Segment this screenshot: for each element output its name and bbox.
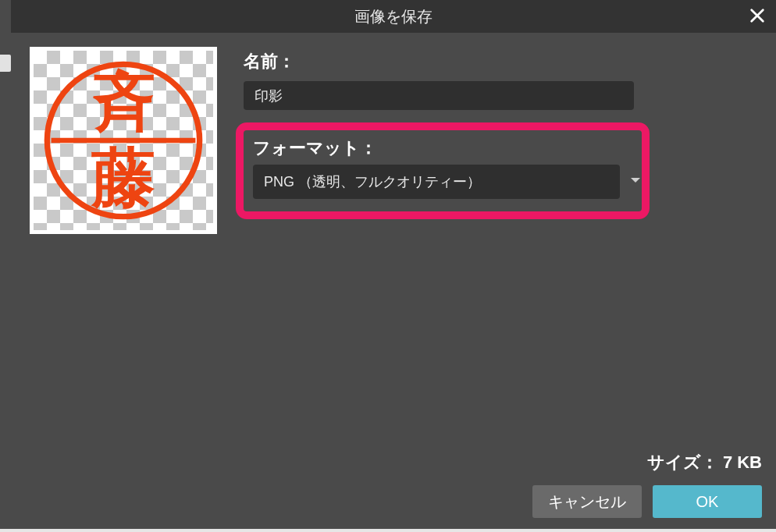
save-image-dialog: 画像を保存 斉 藤 名前： <box>11 0 776 529</box>
file-size-text: サイズ： 7 KB <box>647 451 762 474</box>
format-highlight-block: フォーマット： PNG （透明、フルクオリティー） <box>236 122 650 219</box>
size-label: サイズ： <box>647 452 718 472</box>
close-icon <box>749 7 766 24</box>
format-select[interactable]: PNG （透明、フルクオリティー） <box>253 165 620 199</box>
stamp-bottom-char: 藤 <box>91 143 155 214</box>
left-gutter <box>0 0 11 532</box>
dialog-footer: サイズ： 7 KB キャンセル OK <box>532 451 762 518</box>
preview-panel: 斉 藤 <box>30 47 217 466</box>
name-label: 名前： <box>244 50 757 73</box>
stamp-top-char: 斉 <box>91 67 155 138</box>
bottom-edge <box>0 529 776 532</box>
format-label: フォーマット： <box>253 137 637 160</box>
left-tab-handle[interactable] <box>0 55 11 72</box>
dialog-content: 斉 藤 名前： フォーマット： PNG （透明、フルクオリティー） <box>30 47 757 466</box>
titlebar: 画像を保存 <box>11 0 776 33</box>
image-preview: 斉 藤 <box>30 47 217 234</box>
button-row: キャンセル OK <box>532 485 762 518</box>
close-button[interactable] <box>745 3 770 28</box>
stamp-icon: 斉 藤 <box>34 51 213 230</box>
ok-button[interactable]: OK <box>653 485 762 518</box>
dialog-title: 画像を保存 <box>11 6 776 27</box>
cancel-button[interactable]: キャンセル <box>532 485 642 518</box>
chevron-down-icon <box>629 174 642 190</box>
size-value: 7 KB <box>723 452 762 472</box>
name-input[interactable] <box>244 81 634 110</box>
format-select-wrap: PNG （透明、フルクオリティー） <box>253 165 620 199</box>
form-column: 名前： フォーマット： PNG （透明、フルクオリティー） <box>236 47 757 466</box>
